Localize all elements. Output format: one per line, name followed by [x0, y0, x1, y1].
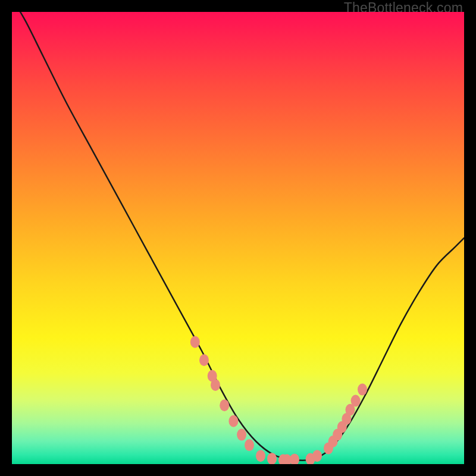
marker-bottom	[267, 453, 277, 464]
marker-bottom	[290, 453, 299, 464]
marker-left	[220, 399, 229, 411]
marker-bottom	[312, 450, 322, 462]
bottleneck-curve	[12, 12, 464, 461]
markers-left-group	[190, 336, 254, 451]
markers-bottom-group	[256, 450, 322, 464]
marker-left	[237, 429, 246, 441]
marker-left	[199, 354, 209, 366]
chart-stage: TheBottleneck.com	[0, 0, 476, 476]
markers-right-group	[324, 384, 367, 455]
marker-left	[211, 379, 220, 391]
marker-left	[245, 439, 254, 451]
marker-left	[190, 336, 200, 348]
marker-right	[358, 384, 367, 396]
marker-bottom	[256, 450, 265, 462]
marker-right	[351, 395, 361, 407]
plot-area	[12, 12, 464, 464]
marker-left	[228, 415, 238, 427]
chart-svg	[12, 12, 464, 464]
